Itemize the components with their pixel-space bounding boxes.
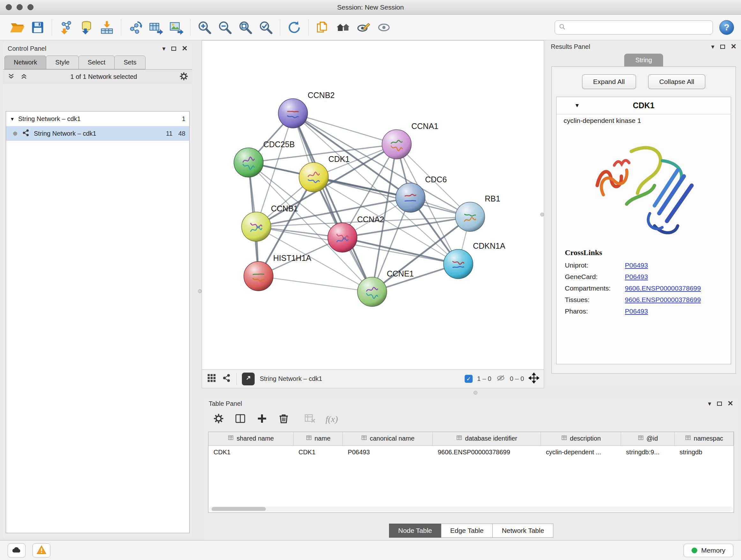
detach-view-button[interactable] <box>242 373 255 385</box>
export-table-icon[interactable] <box>145 17 166 37</box>
column-header-description[interactable]: description <box>541 432 621 445</box>
collection-expand-icon[interactable]: ▼ <box>10 116 18 122</box>
network-edge[interactable] <box>293 113 397 144</box>
birds-eye-view-icon[interactable] <box>206 373 217 385</box>
crosslink-link[interactable]: P06493 <box>625 307 648 315</box>
network-edge[interactable] <box>293 113 372 292</box>
column-header-canonical-name[interactable]: canonical name <box>343 432 433 445</box>
hide-edit-icon[interactable] <box>353 17 374 37</box>
node-label-CCNA1: CCNA1 <box>411 122 439 131</box>
zoom-out-icon[interactable] <box>215 17 235 37</box>
network-canvas[interactable]: CCNB2CCNA1CDC25BCDK1CDC6RB1CCNB1CCNA2CDK… <box>202 40 544 370</box>
right-splitter-handle[interactable] <box>540 212 544 216</box>
tab-node-table[interactable]: Node Table <box>389 523 441 538</box>
import-table-icon[interactable] <box>97 17 117 37</box>
crosslink-link[interactable]: P06493 <box>625 273 648 281</box>
warnings-button[interactable] <box>32 543 51 557</box>
table-options-gear-icon[interactable] <box>212 413 225 426</box>
scrollbar-thumb[interactable] <box>212 507 266 511</box>
panel-collapse-icon[interactable]: ▾ <box>162 45 165 52</box>
network-node-CCNB1[interactable]: CCNB1 <box>242 204 298 241</box>
crosslink-link[interactable]: 9606.ENSP00000378699 <box>625 285 701 292</box>
crosslinks-list: Uniprot:P06493GeneCard:P06493Compartment… <box>556 260 731 317</box>
network-overview-icon[interactable] <box>222 373 231 384</box>
network-node-HIST1H1A[interactable]: HIST1H1A <box>244 253 312 291</box>
panel-float-icon[interactable] <box>172 47 176 51</box>
function-builder-button[interactable]: f(x) <box>326 414 338 424</box>
network-node-CDKN1A[interactable]: CDKN1A <box>444 241 506 279</box>
column-header-namespac[interactable]: namespac <box>674 432 733 445</box>
search-input[interactable] <box>569 23 710 31</box>
pan-move-icon[interactable] <box>529 373 539 385</box>
network-row-selected[interactable]: String Network – cdk1 11 48 <box>6 126 189 141</box>
search-icon <box>558 23 566 32</box>
column-header-name[interactable]: name <box>293 432 343 445</box>
zoom-in-icon[interactable] <box>194 17 215 37</box>
show-columns-icon[interactable] <box>234 413 246 426</box>
selected-checkbox-icon[interactable]: ✓ <box>465 375 473 383</box>
panel-collapse-icon[interactable]: ▾ <box>708 400 711 407</box>
column-header--id[interactable]: @id <box>621 432 675 445</box>
crosslink-link[interactable]: 9606.ENSP00000378699 <box>625 296 701 304</box>
cloud-status-button[interactable] <box>8 543 25 557</box>
export-image-icon[interactable] <box>166 17 186 37</box>
tab-network-table[interactable]: Network Table <box>492 523 553 538</box>
tab-edge-table[interactable]: Edge Table <box>441 523 493 538</box>
column-header-shared-name[interactable]: shared name <box>208 432 293 445</box>
zoom-selected-icon[interactable] <box>256 17 276 37</box>
panel-close-icon[interactable]: ✕ <box>731 43 737 50</box>
network-node-CCNE1[interactable]: CCNE1 <box>357 269 414 307</box>
horizontal-scrollbar[interactable] <box>209 506 733 511</box>
delete-column-icon[interactable] <box>278 413 290 426</box>
import-network-file-icon[interactable] <box>56 17 76 37</box>
import-network-db-icon[interactable] <box>76 17 97 37</box>
collapse-all-button[interactable]: Collapse All <box>648 74 705 89</box>
tab-style[interactable]: Style <box>46 56 78 69</box>
memory-button[interactable]: Memory <box>684 544 733 557</box>
left-splitter-handle[interactable] <box>198 289 202 293</box>
tab-sets[interactable]: Sets <box>114 56 145 69</box>
refresh-icon[interactable] <box>284 17 305 37</box>
homes-icon[interactable] <box>333 17 353 37</box>
tab-string[interactable]: String <box>624 54 663 66</box>
network-options-gear-icon[interactable] <box>179 71 189 83</box>
export-network-icon[interactable] <box>125 17 145 37</box>
node-label-CCNB2: CCNB2 <box>308 91 335 100</box>
help-button[interactable]: ? <box>719 20 734 35</box>
network-edge[interactable] <box>259 276 372 292</box>
column-header-database-identifier[interactable]: database identifier <box>433 432 541 445</box>
panel-close-icon[interactable]: ✕ <box>182 45 188 52</box>
gene-collapse-icon[interactable]: ▼ <box>575 103 580 109</box>
horizontal-splitter-handle[interactable] <box>474 391 477 395</box>
panel-collapse-icon[interactable]: ▾ <box>711 44 715 50</box>
network-node-CCNA1[interactable]: CCNA1 <box>382 122 439 159</box>
collapse-all-networks-icon[interactable] <box>6 71 16 82</box>
table-row[interactable]: CDK1CDK1P064939606.ENSP00000378699cyclin… <box>208 445 734 459</box>
open-session-icon[interactable] <box>7 17 27 37</box>
expand-all-button[interactable]: Expand All <box>582 74 636 89</box>
network-node-CDK1[interactable]: CDK1 <box>299 154 350 192</box>
network-node-RB1[interactable]: RB1 <box>455 194 500 232</box>
add-column-icon[interactable] <box>256 413 268 426</box>
show-icon[interactable] <box>374 17 394 37</box>
tab-network[interactable]: Network <box>4 56 46 69</box>
panel-float-icon[interactable] <box>717 401 722 406</box>
panel-float-icon[interactable] <box>720 45 725 49</box>
network-graph[interactable]: CCNB2CCNA1CDC25BCDK1CDC6RB1CCNB1CCNA2CDK… <box>202 41 544 369</box>
crosslink-row: GeneCard:P06493 <box>556 271 731 283</box>
save-session-icon[interactable] <box>27 17 48 37</box>
minimize-window-button[interactable] <box>17 4 23 10</box>
crosslink-link[interactable]: P06493 <box>625 261 648 269</box>
node-label-CCNE1: CCNE1 <box>387 269 414 278</box>
panel-close-icon[interactable]: ✕ <box>728 400 733 407</box>
expand-all-networks-icon[interactable] <box>19 71 29 82</box>
maximize-window-button[interactable] <box>27 4 33 10</box>
external-arrow-icon <box>244 374 253 384</box>
tab-select[interactable]: Select <box>78 56 115 69</box>
zoom-fit-icon[interactable] <box>235 17 256 37</box>
copy-icon[interactable] <box>313 17 333 37</box>
network-edge[interactable] <box>342 238 458 264</box>
network-collection-row[interactable]: ▼ String Network – cdk1 1 <box>6 111 189 126</box>
search-box[interactable] <box>555 20 713 35</box>
close-window-button[interactable] <box>6 4 12 10</box>
